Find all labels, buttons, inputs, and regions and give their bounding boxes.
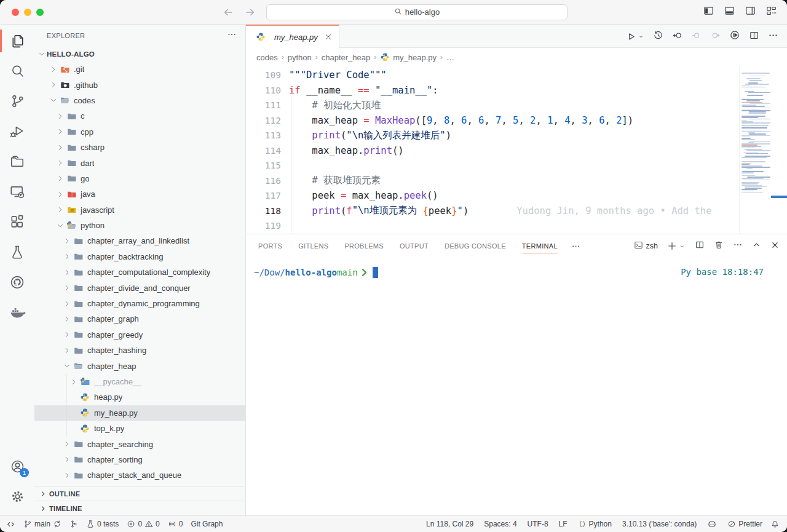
activity-item-remote-explorer[interactable]	[0, 177, 34, 207]
next-change-icon[interactable]	[710, 30, 721, 43]
activity-item-source-control[interactable]	[0, 86, 34, 116]
split-editor-icon[interactable]	[749, 30, 759, 43]
tree-item-java[interactable]: java	[34, 186, 245, 202]
tree-item-chapter-array-and-linkedlist[interactable]: chapter_array_and_linkedlist	[34, 233, 245, 248]
prettier-item[interactable]: Prettier	[727, 520, 762, 528]
panel-tab-ports[interactable]: PORTS	[258, 234, 282, 258]
tree-item-python[interactable]: python	[34, 218, 245, 233]
tests-item[interactable]: 0 tests	[86, 520, 119, 528]
ports-item[interactable]: 0	[168, 520, 183, 528]
close-tab-icon[interactable]	[324, 33, 333, 41]
git-graph-icon-item[interactable]	[69, 520, 78, 528]
notifications-bell-icon[interactable]	[770, 520, 780, 529]
outline-section[interactable]: OUTLINE	[34, 486, 245, 501]
file-history-icon[interactable]	[653, 30, 663, 43]
command-center-search[interactable]: hello-algo	[266, 4, 568, 20]
tree-item-chapter-searching[interactable]: chapter_searching	[34, 436, 245, 451]
activity-item-testing[interactable]	[0, 237, 34, 267]
code-line-114[interactable]: 114 max_heap.print()	[246, 143, 738, 159]
minimap[interactable]	[739, 66, 773, 234]
code-line-119[interactable]: 119	[246, 218, 738, 234]
editor-more-actions-icon[interactable]	[768, 30, 778, 43]
activity-item-run-and-debug[interactable]	[0, 116, 34, 146]
timeline-section[interactable]: TIMELINE	[34, 501, 245, 515]
tree-item-chapter-divide-and-conquer[interactable]: chapter_divide_and_conquer	[34, 280, 245, 295]
code-line-116[interactable]: 116 # 获取堆顶元素	[246, 173, 738, 189]
tree-item--git[interactable]: .git	[34, 62, 245, 77]
breadcrumb-codes[interactable]: codes	[256, 53, 278, 62]
tree-root-hello-algo[interactable]: HELLO-ALGO	[34, 46, 245, 62]
tree-item-cpp[interactable]: cpp	[34, 124, 245, 140]
tree-item-codes[interactable]: codes	[34, 93, 245, 108]
forward-icon[interactable]	[244, 6, 256, 18]
activity-item-project-folder[interactable]	[0, 146, 34, 177]
code-line-112[interactable]: 112 max_heap = MaxHeap([9, 8, 6, 6, 7, 5…	[246, 113, 738, 129]
new-terminal-button[interactable]	[667, 241, 686, 251]
branch-item[interactable]: main	[23, 520, 61, 528]
copilot-item[interactable]	[707, 519, 717, 529]
tree-item--github[interactable]: .github	[34, 77, 245, 92]
code-line-109[interactable]: 109"""Driver Code"""	[246, 68, 738, 83]
toggle-secondary-sidebar-icon[interactable]	[745, 5, 756, 19]
panel-tab-terminal[interactable]: TERMINAL	[522, 234, 558, 258]
eol-item[interactable]: LF	[559, 520, 568, 528]
tree-item-chapter-stack-and-queue[interactable]: chapter_stack_and_queue	[34, 467, 245, 483]
tree-item-dart[interactable]: dart	[34, 155, 245, 170]
panel-tab-gitlens[interactable]: GITLENS	[298, 234, 328, 258]
tab-my-heap[interactable]: my_heap.py	[246, 25, 339, 48]
encoding-item[interactable]: UTF-8	[528, 520, 548, 528]
tree-item-chapter-hashing[interactable]: chapter_hashing	[34, 343, 245, 358]
panel-more-actions-icon[interactable]	[733, 240, 743, 252]
close-button[interactable]	[12, 9, 19, 16]
cursor-position-item[interactable]: Ln 118, Col 29	[426, 520, 473, 528]
activity-item-explorer[interactable]	[0, 26, 34, 56]
zoom-button[interactable]	[36, 9, 44, 16]
indentation-item[interactable]: Spaces: 4	[484, 520, 516, 528]
previous-change-icon[interactable]	[691, 30, 702, 43]
accounts-button[interactable]: 1	[0, 451, 34, 482]
git-graph-item[interactable]: Git Graph	[191, 520, 223, 528]
split-terminal-icon[interactable]	[695, 240, 705, 252]
activity-item-github[interactable]	[0, 267, 34, 297]
terminal-shell-item[interactable]: zsh	[634, 240, 658, 252]
code-editor[interactable]: 109"""Driver Code"""110if __name__ == "_…	[246, 66, 787, 234]
code-line-118[interactable]: 118 print(f"\n堆顶元素为 {peek}")Yudong Jin, …	[246, 204, 738, 219]
remote-indicator[interactable]	[6, 520, 15, 529]
kill-terminal-icon[interactable]	[714, 240, 724, 252]
language-mode-item[interactable]: Python	[578, 520, 612, 528]
activity-item-extensions[interactable]	[0, 207, 34, 237]
tree-item-chapter-heap[interactable]: chapter_heap	[34, 358, 245, 373]
terminal-output[interactable]: ~/Dow/hello-algo main Py base 18:18:47	[246, 258, 787, 515]
python-interpreter-item[interactable]: 3.10.13 ('base': conda)	[622, 520, 697, 528]
code-line-115[interactable]: 115	[246, 158, 738, 173]
tree-item-go[interactable]: go	[34, 171, 245, 186]
tree-item-chapter-greedy[interactable]: chapter_greedy	[34, 327, 245, 343]
run-or-debug-icon[interactable]	[729, 30, 740, 43]
maximize-panel-icon[interactable]	[752, 240, 761, 252]
code-line-113[interactable]: 113 print("\n输入列表并建堆后")	[246, 128, 738, 143]
panel-tab-problems[interactable]: PROBLEMS	[344, 234, 384, 258]
breadcrumb-my-heap-py[interactable]: my_heap.py	[380, 52, 437, 62]
customize-layout-icon[interactable]	[765, 5, 777, 19]
panel-more-tabs-icon[interactable]	[571, 242, 580, 251]
open-changes-icon[interactable]	[672, 30, 682, 43]
toggle-panel-icon[interactable]	[724, 5, 735, 19]
tree-item-chapter-computational-complexity[interactable]: chapter_computational_complexity	[34, 264, 245, 280]
back-icon[interactable]	[222, 6, 234, 18]
tree-item-c[interactable]: c	[34, 108, 245, 124]
settings-button[interactable]	[0, 482, 34, 512]
activity-item-docker[interactable]	[0, 297, 34, 327]
breadcrumb-python[interactable]: python	[288, 53, 312, 62]
minimize-button[interactable]	[24, 9, 31, 16]
breadcrumb--[interactable]: …	[446, 53, 454, 62]
tree-item-chapter-dynamic-programming[interactable]: chapter_dynamic_programming	[34, 296, 245, 311]
tree-item-javascript[interactable]: JSjavascript	[34, 202, 245, 218]
code-line-111[interactable]: 111 # 初始化大顶堆	[246, 98, 738, 113]
code-line-117[interactable]: 117 peek = max_heap.peek()	[246, 188, 738, 204]
problems-item[interactable]: 0 0	[127, 520, 159, 528]
panel-tab-output[interactable]: OUTPUT	[400, 234, 429, 258]
tree-item-chapter-sorting[interactable]: chapter_sorting	[34, 452, 245, 467]
toggle-sidebar-icon[interactable]	[703, 5, 714, 19]
tree-item-chapter-backtracking[interactable]: chapter_backtracking	[34, 249, 245, 264]
activity-item-search[interactable]	[0, 56, 34, 86]
